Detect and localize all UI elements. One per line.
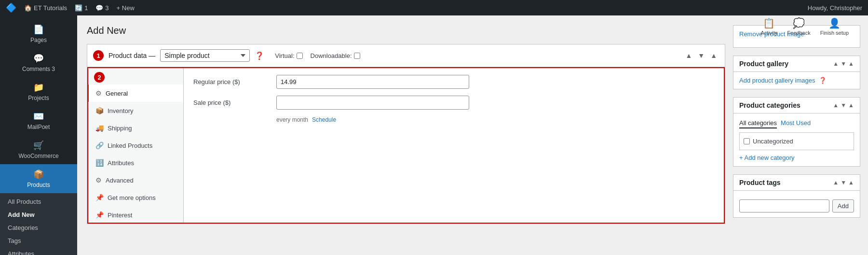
virtual-checkbox[interactable]	[297, 53, 303, 59]
product-tags-box: Product tags ▲ ▼ ▲ Add	[733, 174, 860, 218]
product-gallery-header[interactable]: Product gallery ▲ ▼ ▲	[733, 56, 860, 72]
advanced-icon: ⚙	[95, 176, 102, 184]
sidebar-item-mailpoet[interactable]: ✉️ MailPoet	[0, 106, 77, 135]
gallery-collapse-down[interactable]: ▼	[841, 60, 846, 67]
pages-icon: 📄	[33, 24, 44, 35]
sidebar-item-products[interactable]: 📦 Products	[0, 164, 77, 193]
schedule-link[interactable]: Schedule	[312, 116, 336, 123]
add-gallery-images-link[interactable]: Add product gallery images	[739, 77, 815, 84]
updates-item[interactable]: 🔄 1	[75, 4, 88, 12]
right-sidebar: Remove product image Product gallery ▲ ▼…	[725, 25, 860, 255]
submenu-attributes[interactable]: Attributes	[0, 247, 77, 255]
collapse-down[interactable]: ▼	[696, 51, 706, 60]
tab-get-more-options[interactable]: 📌 Get more options	[87, 189, 183, 206]
wp-logo-icon[interactable]: 🔷	[6, 2, 16, 13]
tab-inventory[interactable]: 📦 Inventory	[87, 102, 183, 119]
product-data-box: 1 Product data — Simple product Grouped …	[87, 44, 725, 224]
product-type-select[interactable]: Simple product Grouped product External/…	[160, 49, 250, 62]
feedback-label: Feedback	[787, 30, 810, 36]
shipping-icon: 🚚	[95, 124, 104, 132]
site-name[interactable]: 🏠 ET Tutorials	[24, 4, 67, 12]
submenu-add-new[interactable]: Add New	[0, 208, 77, 221]
comments-item[interactable]: 💬 3	[95, 4, 108, 12]
mailpoet-icon: ✉️	[33, 111, 44, 122]
categories-collapse-toggle[interactable]: ▲	[848, 102, 854, 109]
tags-controls: ▲ ▼ ▲	[833, 179, 854, 186]
product-tags-body: Add	[733, 191, 860, 217]
tab-attributes[interactable]: 🔢 Attributes	[87, 154, 183, 171]
product-data-header: 1 Product data — Simple product Grouped …	[87, 44, 725, 67]
tabs-panel: 2 ⚙ General 📦 Inventory 🚚 Shipping	[87, 67, 184, 224]
submenu-all-products[interactable]: All Products	[0, 195, 77, 208]
submenu-categories[interactable]: Categories	[0, 221, 77, 234]
category-checkbox-uncategorized[interactable]	[744, 138, 750, 144]
tags-collapse-down[interactable]: ▼	[841, 179, 846, 186]
virtual-label: Virtual:	[275, 52, 302, 59]
sidebar-label-mailpoet: MailPoet	[27, 124, 50, 130]
pinterest-icon: 📌	[95, 211, 104, 219]
categories-list: Uncategorized	[739, 132, 854, 150]
help-icon[interactable]: ❓	[255, 51, 264, 60]
virtual-row: Virtual: Downloadable:	[275, 52, 360, 59]
tab-linked-products[interactable]: 🔗 Linked Products	[87, 137, 183, 154]
regular-price-input[interactable]	[276, 75, 469, 89]
sidebar-item-woocommerce[interactable]: 🛒 WooCommerce	[0, 135, 77, 164]
sidebar: 📄 Pages 💬 Comments 3 📁 Projects ✉️ MailP…	[0, 15, 77, 255]
tab-general[interactable]: ⚙ General	[87, 85, 183, 102]
linked-products-icon: 🔗	[95, 142, 104, 149]
sidebar-item-comments[interactable]: 💬 Comments 3	[0, 48, 77, 77]
admin-bar: 🔷 🏠 ET Tutorials 🔄 1 💬 3 + New Howdy, Ch…	[0, 0, 868, 15]
tab-label-attributes: Attributes	[108, 159, 134, 167]
tags-collapse-toggle[interactable]: ▲	[848, 179, 854, 186]
activity-icon: 📋	[763, 17, 775, 29]
product-gallery-box: Product gallery ▲ ▼ ▲ Add product galler…	[733, 56, 860, 89]
add-new-category-link[interactable]: + Add new category	[739, 154, 795, 161]
sidebar-label-comments: Comments 3	[22, 66, 55, 72]
product-categories-header[interactable]: Product categories ▲ ▼ ▲	[733, 98, 860, 113]
collapse-toggle[interactable]: ▲	[708, 51, 719, 60]
sidebar-item-pages[interactable]: 📄 Pages	[0, 19, 77, 48]
cat-tab-most-used[interactable]: Most Used	[781, 118, 811, 128]
gallery-collapse-up[interactable]: ▲	[833, 60, 839, 67]
product-gallery-title: Product gallery	[739, 60, 788, 68]
categories-collapse-up[interactable]: ▲	[833, 102, 839, 109]
products-submenu: All Products Add New Categories Tags Att…	[0, 193, 77, 255]
tab-shipping[interactable]: 🚚 Shipping	[87, 119, 183, 137]
updates-icon: 🔄	[75, 4, 82, 12]
home-icon: 🏠	[24, 4, 32, 12]
new-item[interactable]: + New	[117, 4, 135, 12]
product-tags-header[interactable]: Product tags ▲ ▼ ▲	[733, 175, 860, 191]
categories-collapse-down[interactable]: ▼	[841, 102, 846, 109]
finish-setup-label: Finish setup	[820, 30, 849, 36]
schedule-row: every month Schedule	[276, 116, 715, 123]
collapse-up[interactable]: ▲	[683, 51, 694, 60]
tags-collapse-up[interactable]: ▲	[833, 179, 839, 186]
categories-tabs: All categories Most Used	[739, 118, 854, 128]
products-icon: 📦	[33, 169, 44, 180]
toolbar-feedback[interactable]: 💭 Feedback	[787, 17, 810, 36]
downloadable-checkbox[interactable]	[354, 53, 360, 59]
tab-pinterest[interactable]: 📌 Pinterest	[87, 206, 183, 224]
feedback-icon: 💭	[793, 17, 805, 29]
cat-tab-all[interactable]: All categories	[739, 118, 777, 128]
tags-text-input[interactable]	[739, 199, 829, 212]
tab-label-linked-products: Linked Products	[108, 142, 152, 149]
inventory-icon: 📦	[95, 107, 104, 114]
toolbar-finish-setup[interactable]: 👤 Finish setup	[820, 17, 849, 36]
sidebar-label-woocommerce: WooCommerce	[18, 153, 58, 159]
tab-label-shipping: Shipping	[108, 125, 132, 132]
toolbar-activity[interactable]: 📋 Activity	[761, 17, 778, 36]
sale-price-input[interactable]	[276, 96, 469, 110]
attributes-icon: 🔢	[95, 159, 104, 167]
gallery-collapse-toggle[interactable]: ▲	[848, 60, 854, 67]
regular-price-row: Regular price ($)	[193, 75, 715, 89]
categories-controls: ▲ ▼ ▲	[833, 102, 854, 109]
gallery-help-icon[interactable]: ❓	[819, 77, 827, 84]
tab-label-inventory: Inventory	[108, 107, 133, 114]
sidebar-item-projects[interactable]: 📁 Projects	[0, 77, 77, 106]
submenu-tags[interactable]: Tags	[0, 234, 77, 247]
activity-label: Activity	[761, 30, 778, 36]
add-tag-button[interactable]: Add	[832, 199, 854, 212]
tab-advanced[interactable]: ⚙ Advanced	[87, 171, 183, 189]
sale-price-row: Sale price ($)	[193, 96, 715, 110]
